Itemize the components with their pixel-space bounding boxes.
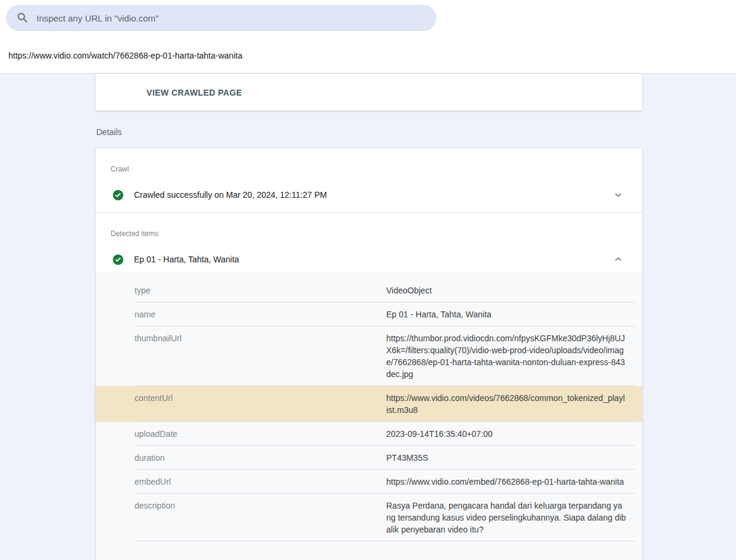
prop-value: 2023-09-14T16:35:40+07:00: [386, 428, 627, 440]
prop-key: thumbnailUrl: [96, 332, 386, 380]
prop-key: uploadDate: [96, 428, 386, 440]
url-inspection-search-bar[interactable]: [6, 5, 436, 31]
property-row[interactable]: thumbnailUrl https://thumbor.prod.vidioc…: [96, 326, 642, 386]
crawl-status-text: Crawled successfully on Mar 20, 2024, 12…: [134, 190, 327, 200]
prop-value: Rasya Perdana, pengacara handal dari kel…: [386, 500, 627, 535]
details-section-label: Details: [96, 127, 122, 137]
details-card: Crawl Crawled successfully on Mar 20, 20…: [96, 148, 642, 560]
detected-items-section-label: Detected items: [111, 229, 158, 238]
detected-item-title: Ep 01 - Harta, Tahta, Wanita: [134, 255, 239, 264]
prop-value: Ep 01 - Harta, Tahta, Wanita: [386, 308, 627, 320]
property-row[interactable]: description Rasya Perdana, pengacara han…: [96, 494, 642, 541]
prop-value: https://www.vidio.com/videos/7662868/com…: [386, 392, 627, 416]
header: https://www.vidio.com/watch/7662868-ep-0…: [0, 0, 736, 74]
property-row[interactable]: contentUrl https://www.vidio.com/videos/…: [96, 386, 642, 422]
prop-value: https://thumbor.prod.vidiocdn.com/nfpysK…: [386, 332, 627, 380]
prop-key: description: [96, 500, 386, 535]
prop-value: VideoObject: [386, 284, 627, 296]
prop-key: name: [96, 308, 386, 320]
crawl-status-row[interactable]: Crawled successfully on Mar 20, 2024, 12…: [96, 188, 642, 202]
search-icon: [16, 11, 29, 25]
property-row[interactable]: embedUrl https://www.vidio.com/embed/766…: [96, 470, 642, 494]
property-row[interactable]: uploadDate 2023-09-14T16:35:40+07:00: [96, 422, 642, 446]
search-input[interactable]: [36, 13, 425, 23]
property-row[interactable]: name Ep 01 - Harta, Tahta, Wanita: [96, 302, 642, 326]
prop-key: type: [96, 284, 386, 296]
detected-item-row[interactable]: Ep 01 - Harta, Tahta, Wanita: [96, 252, 642, 267]
check-circle-icon: [112, 254, 124, 265]
chevron-up-icon[interactable]: [612, 253, 624, 265]
view-crawled-page-button[interactable]: VIEW CRAWLED PAGE: [139, 83, 250, 102]
chevron-down-icon[interactable]: [612, 189, 624, 201]
crawl-section-label: Crawl: [111, 165, 129, 173]
inspection-result-card: VIEW CRAWLED PAGE: [96, 74, 642, 111]
prop-key: duration: [96, 452, 386, 464]
inspected-url: https://www.vidio.com/watch/7662868-ep-0…: [8, 51, 242, 60]
prop-value: PT43M35S: [386, 452, 627, 464]
prop-key: contentUrl: [96, 392, 386, 416]
property-row[interactable]: type VideoObject: [96, 273, 642, 302]
prop-value: https://www.vidio.com/embed/7662868-ep-0…: [386, 476, 627, 488]
prop-key: embedUrl: [96, 476, 386, 488]
section-divider: [96, 212, 642, 213]
properties-table: type VideoObject name Ep 01 - Harta, Tah…: [96, 273, 642, 560]
check-circle-icon: [112, 189, 124, 201]
property-row[interactable]: duration PT43M35S: [96, 446, 642, 470]
